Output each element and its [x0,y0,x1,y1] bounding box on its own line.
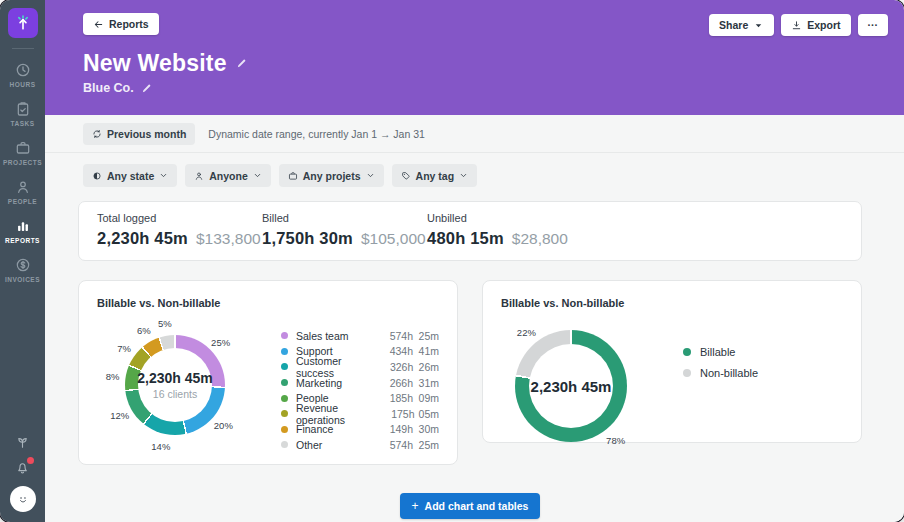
stat-amount: $105,000 [361,230,426,248]
report-content: Total logged2,230h 45m$133,800Billed1,75… [45,187,904,522]
chevron-down-icon [459,171,468,180]
segment-percent-label: 78% [606,434,625,445]
billable-card: Billable vs. Non-billable 2,230h 45m 78%… [482,280,862,443]
legend-row-other: Other574h25m [281,437,439,453]
edit-client-icon[interactable] [141,83,152,94]
legend-row-finance: Finance149h30m [281,422,439,438]
ellipsis-icon: ··· [868,19,879,31]
sidebar-item-label: People [8,198,37,205]
legend-dot [281,379,288,386]
stat-label: Unbilled [427,212,592,224]
segment-percent-label: 6% [137,325,151,336]
donut-center-label: 2,230h 45m 16 clients [137,370,213,400]
chart-title: Billable vs. Non-billable [501,297,843,309]
sidebar-item-label: Invoices [5,276,40,283]
export-button[interactable]: Export [781,14,850,36]
legend-dot [281,348,288,355]
clients-donut-chart[interactable]: 2,230h 45m 16 clients 25%20%14%12%8%7%6%… [125,335,225,435]
download-icon [791,20,802,31]
charts-row: Billable vs. Non-billable 2,230h 45m 16 … [78,280,862,465]
chart-title: Billable vs. Non-billable [97,297,439,309]
legend-name: Marketing [296,377,342,389]
legend-row-sales-team: Sales team574h25m [281,328,439,344]
sidebar-item-label: Projects [3,159,42,166]
refresh-icon [92,129,102,139]
stat-amount: $28,800 [512,230,568,248]
add-chart-button[interactable]: + Add chart and tables [400,493,541,519]
person-icon [15,179,31,195]
client-name: Blue Co. [83,81,134,95]
legend-row-non-billable: Non-billable [683,367,758,379]
billable-donut-chart[interactable]: 2,230h 45m 78%22% [515,330,627,442]
sidebar-item-invoices[interactable]: Invoices [0,250,45,289]
sidebar-footer [10,434,36,512]
state-icon [92,171,102,181]
donut-center-label: 2,230h 45m [531,378,612,395]
more-options-button[interactable]: ··· [858,14,889,36]
legend-hours: 574h [381,439,413,451]
memory-tracker-icon[interactable] [15,434,30,449]
legend-name: Finance [296,423,333,435]
sidebar-item-reports[interactable]: Reports [0,211,45,250]
briefcase-icon [288,171,298,181]
segment-percent-label: 25% [211,336,230,347]
briefcase-icon [15,140,31,156]
main-area: Reports New Website Blue Co. Share [45,0,904,522]
legend-dot [281,363,288,370]
dollar-icon [15,257,31,273]
person-icon [194,171,204,181]
legend-row-customer-success: Customer success326h26m [281,359,439,375]
filter-label: Anyone [209,170,248,182]
previous-month-chip[interactable]: Previous month [83,123,195,145]
sidebar-nav: HoursTasksProjectsPeopleReportsInvoices [0,55,45,289]
filter-chip-anyone[interactable]: Anyone [185,164,271,187]
notification-dot [27,457,34,464]
legend-name: Billable [700,346,735,358]
legend-hours: 266h [381,377,413,389]
legend-hours: 185h [381,392,413,404]
legend-hours: 434h [381,345,413,357]
filter-label: Any projets [303,170,361,182]
sidebar-item-label: Tasks [10,120,34,127]
filter-chip-any-tag[interactable]: Any tag [392,164,478,187]
filter-chip-any-projets[interactable]: Any projets [279,164,384,187]
legend-minutes: 25m [413,439,439,451]
segment-percent-label: 14% [151,441,170,452]
tasks-icon [15,101,31,117]
legend-hours: 149h [381,423,413,435]
bar-chart-icon [15,218,31,234]
filter-chip-any-state[interactable]: Any state [83,164,177,187]
back-to-reports-button[interactable]: Reports [83,13,159,35]
sidebar-item-hours[interactable]: Hours [0,55,45,94]
legend-dot [281,441,288,448]
legend-dot [281,410,288,417]
legend-minutes: 09m [413,392,439,404]
app-logo[interactable] [8,8,38,38]
sidebar-item-people[interactable]: People [0,172,45,211]
legend-dot [683,369,691,377]
filter-label: Any state [107,170,154,182]
user-avatar[interactable] [10,486,36,512]
chevron-down-icon [753,20,764,31]
stat-hours: 2,230h 45m [97,229,188,248]
legend-minutes: 31m [413,377,439,389]
chevron-down-icon [253,171,262,180]
chevron-down-icon [366,171,375,180]
totals-summary-card: Total logged2,230h 45m$133,800Billed1,75… [78,201,862,261]
sidebar-item-tasks[interactable]: Tasks [0,94,45,133]
clock-icon [15,62,31,78]
clients-breakdown-card: Billable vs. Non-billable 2,230h 45m 16 … [78,280,458,465]
legend-dot [281,426,288,433]
legend-name: Sales team [296,330,349,342]
sidebar-item-projects[interactable]: Projects [0,133,45,172]
stat-unbilled: Unbilled480h 15m$28,800 [427,212,592,248]
share-button[interactable]: Share [709,14,774,36]
arrow-left-icon [93,19,104,30]
legend-dot [281,395,288,402]
filter-bar: Any stateAnyoneAny projetsAny tag [45,153,904,187]
stat-amount: $133,800 [196,230,261,248]
date-range-description: Dynamic date range, currently Jan 1 → Ja… [208,128,425,140]
notifications-bell-icon[interactable] [15,460,30,475]
billable-legend: BillableNon-billable [683,346,758,442]
edit-title-icon[interactable] [236,58,247,69]
